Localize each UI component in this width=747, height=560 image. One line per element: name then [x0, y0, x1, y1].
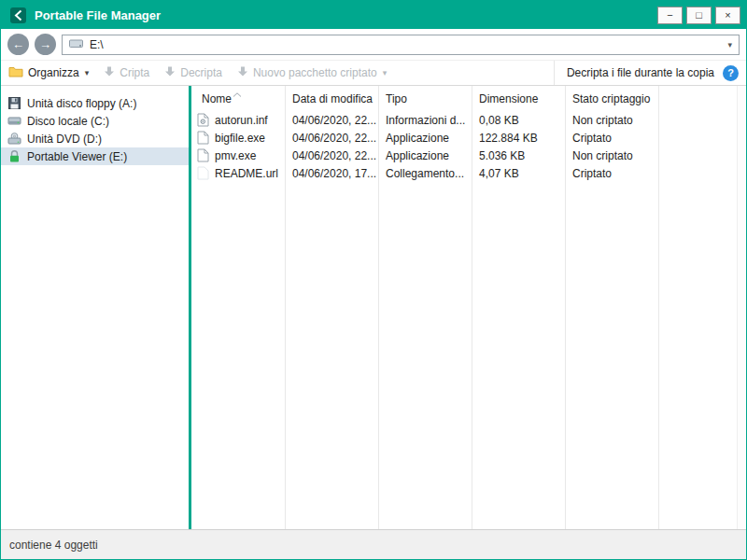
new-package-arrow-icon: [237, 65, 248, 80]
file-modified: 04/06/2020, 22...: [285, 114, 378, 127]
decrypt-on-copy-label: Decripta i file durante la copia: [567, 66, 714, 79]
kaspersky-logo-icon: [10, 7, 26, 23]
column-separator: [565, 86, 566, 529]
sidebar-item-dvd-d[interactable]: Unità DVD (D:): [1, 130, 189, 147]
file-size: 4,07 KB: [472, 167, 565, 180]
decrypt-arrow-icon: [164, 65, 176, 80]
window-controls: − □ ×: [654, 7, 740, 24]
new-encrypted-package-button[interactable]: Nuovo pacchetto criptato ▾: [237, 65, 387, 80]
close-button[interactable]: ×: [715, 7, 740, 24]
file-name-cell: bigfile.exe: [191, 131, 285, 145]
sidebar-item-floppy-a[interactable]: Unità disco floppy (A:): [1, 94, 189, 112]
table-row[interactable]: bigfile.exe 04/06/2020, 22... Applicazio…: [191, 129, 737, 147]
toolbar: Organizza ▾ Cripta Decripta Nuovo pacche…: [1, 60, 746, 86]
file-name: pmv.exe: [215, 149, 256, 162]
column-separator: [658, 86, 659, 529]
back-button[interactable]: ←: [7, 34, 29, 55]
application-file-icon: [197, 148, 209, 162]
column-separator: [472, 86, 472, 529]
folder-icon: [8, 65, 23, 80]
file-size: 122.884 KB: [472, 132, 565, 145]
portable-file-manager-window: Portable File Manager − □ × ← → E:\ ▾ Or…: [0, 0, 747, 560]
maximize-button[interactable]: □: [686, 7, 712, 24]
toolbar-right-group: Decripta i file durante la copia ?: [554, 61, 739, 85]
application-file-icon: [197, 131, 209, 145]
column-header-size[interactable]: Dimensione: [472, 92, 565, 105]
new-package-label: Nuovo pacchetto criptato: [253, 66, 377, 79]
file-name: bigfile.exe: [215, 132, 265, 145]
sort-ascending-icon: [233, 87, 242, 100]
status-text: contiene 4 oggetti: [9, 539, 98, 552]
sidebar-item-label: Unità DVD (D:): [27, 133, 102, 146]
column-header-modified[interactable]: Data di modifica: [285, 92, 378, 105]
chevron-down-icon: ▾: [85, 68, 90, 77]
minimize-button[interactable]: −: [657, 7, 683, 24]
file-list-header: Nome Data di modifica Tipo Dimensione St…: [191, 86, 737, 111]
address-bar[interactable]: E:\ ▾: [62, 35, 740, 55]
file-encryption-status: Non criptato: [565, 114, 658, 127]
organize-label: Organizza: [28, 66, 79, 79]
encrypt-arrow-icon: [104, 65, 115, 80]
titlebar[interactable]: Portable File Manager − □ ×: [1, 1, 746, 29]
navigation-bar: ← → E:\ ▾: [1, 29, 746, 60]
file-name-cell: README.url: [191, 166, 285, 180]
file-name-cell: pmv.exe: [191, 148, 285, 162]
file-encryption-status: Criptato: [565, 132, 658, 145]
address-dropdown-icon[interactable]: ▾: [727, 40, 732, 49]
floppy-icon: [7, 96, 21, 110]
file-encryption-status: Non criptato: [565, 149, 658, 162]
file-name-cell: autorun.inf: [191, 113, 285, 127]
sidebar-item-label: Disco locale (C:): [27, 115, 109, 128]
file-type: Collegamento...: [378, 167, 472, 180]
sidebar-item-label: Portable Viewer (E:): [27, 150, 127, 163]
sidebar-item-portable-viewer-e[interactable]: Portable Viewer (E:): [1, 147, 189, 165]
drive-icon: [69, 38, 83, 51]
encrypt-button[interactable]: Cripta: [104, 65, 149, 80]
organize-button[interactable]: Organizza ▾: [8, 65, 89, 80]
column-separator: [378, 86, 379, 529]
file-modified: 04/06/2020, 22...: [285, 149, 378, 162]
status-bar: contiene 4 oggetti: [1, 529, 746, 559]
file-type: Applicazione: [378, 132, 472, 145]
url-file-icon: [197, 166, 209, 180]
table-row[interactable]: autorun.inf 04/06/2020, 22... Informazio…: [191, 111, 737, 129]
drive-tree: Unità disco floppy (A:) Disco locale (C:…: [1, 86, 189, 529]
encrypt-label: Cripta: [120, 66, 149, 79]
sidebar-item-local-disk-c[interactable]: Disco locale (C:): [1, 112, 189, 130]
file-size: 0,08 KB: [472, 114, 565, 127]
decrypt-button[interactable]: Decripta: [164, 65, 222, 80]
column-header-encryption-status[interactable]: Stato criptaggio: [565, 92, 658, 105]
file-list: Nome Data di modifica Tipo Dimensione St…: [191, 86, 737, 529]
file-encryption-status: Criptato: [565, 167, 658, 180]
forward-button[interactable]: →: [35, 34, 56, 55]
lock-icon: [7, 149, 21, 163]
address-text: E:\: [90, 38, 104, 51]
decrypt-label: Decripta: [180, 66, 222, 79]
file-modified: 04/06/2020, 17...: [285, 167, 378, 180]
hard-disk-icon: [7, 114, 21, 128]
new-package-chevron-down-icon: ▾: [383, 68, 388, 77]
table-row[interactable]: pmv.exe 04/06/2020, 22... Applicazione 5…: [191, 147, 737, 164]
file-size: 5.036 KB: [472, 149, 565, 162]
file-name: README.url: [215, 167, 278, 180]
help-icon[interactable]: ?: [723, 65, 739, 81]
content-area: Unità disco floppy (A:) Disco locale (C:…: [1, 86, 746, 529]
vertical-scrollbar[interactable]: [737, 86, 746, 529]
file-modified: 04/06/2020, 22...: [285, 132, 378, 145]
file-type: Applicazione: [378, 149, 472, 162]
file-type: Informazioni d...: [378, 114, 472, 127]
sidebar-item-label: Unità disco floppy (A:): [27, 97, 136, 110]
dvd-drive-icon: [7, 132, 21, 146]
column-separator: [285, 86, 286, 529]
window-title: Portable File Manager: [35, 8, 645, 22]
setup-info-file-icon: [197, 113, 209, 127]
column-header-type[interactable]: Tipo: [378, 92, 472, 105]
table-row[interactable]: README.url 04/06/2020, 17... Collegament…: [191, 164, 737, 182]
file-name: autorun.inf: [215, 114, 268, 127]
